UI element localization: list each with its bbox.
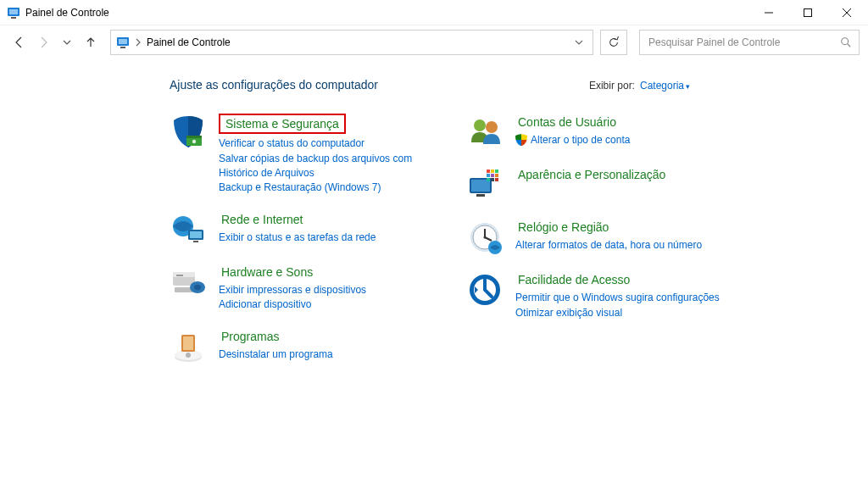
category-network-title[interactable]: Rede e Internet bbox=[219, 211, 306, 228]
category-ease-title[interactable]: Facilidade de Acesso bbox=[515, 271, 632, 288]
view-by: Exibir por: Categoria▾ bbox=[589, 80, 690, 92]
system-security-icon bbox=[170, 114, 207, 151]
address-dropdown-icon[interactable] bbox=[570, 38, 587, 47]
column-right: Contas de Usuário Alterar o tipo de cont… bbox=[466, 114, 729, 381]
appearance-icon bbox=[466, 166, 504, 203]
svg-point-10 bbox=[842, 38, 849, 45]
category-appearance-title[interactable]: Aparência e Personalização bbox=[515, 166, 668, 183]
category-network: Rede e Internet Exibir o status e as tar… bbox=[170, 211, 432, 248]
breadcrumb-separator-icon bbox=[135, 38, 142, 47]
close-button[interactable] bbox=[827, 0, 866, 25]
svg-rect-39 bbox=[491, 174, 494, 177]
svg-rect-9 bbox=[120, 47, 125, 48]
svg-rect-43 bbox=[495, 178, 498, 181]
back-button[interactable] bbox=[8, 31, 31, 53]
control-panel-icon bbox=[116, 36, 130, 49]
category-system-security-title[interactable]: Sistema e Segurança bbox=[219, 114, 346, 134]
categories-grid: Sistema e Segurança Verificar o status d… bbox=[170, 114, 860, 381]
link-backup-restore[interactable]: Backup e Restauração (Windows 7) bbox=[219, 181, 432, 195]
minimize-button[interactable] bbox=[749, 0, 788, 25]
link-suggest-settings[interactable]: Permitir que o Windows sugira configuraç… bbox=[515, 291, 729, 305]
link-date-formats[interactable]: Alterar formatos de data, hora ou número bbox=[515, 238, 729, 253]
users-icon bbox=[466, 114, 504, 151]
maximize-button[interactable] bbox=[788, 0, 827, 25]
link-network-status[interactable]: Exibir o status e as tarefas da rede bbox=[219, 231, 432, 245]
svg-point-29 bbox=[186, 353, 191, 358]
nav-row: Painel de Controle bbox=[0, 25, 868, 59]
svg-point-14 bbox=[192, 140, 196, 143]
svg-point-48 bbox=[484, 236, 487, 239]
content-area: Ajuste as configurações do computador Ex… bbox=[0, 59, 868, 389]
svg-rect-21 bbox=[176, 275, 183, 276]
svg-rect-28 bbox=[183, 336, 193, 350]
programs-icon bbox=[170, 328, 207, 365]
link-uninstall[interactable]: Desinstalar um programa bbox=[219, 347, 432, 362]
svg-rect-8 bbox=[119, 39, 127, 44]
category-programs: Programas Desinstalar um programa bbox=[170, 328, 432, 365]
link-file-history[interactable]: Salvar cópias de backup dos arquivos com… bbox=[219, 152, 432, 181]
link-check-status[interactable]: Verificar o status do computador bbox=[219, 136, 432, 151]
search-icon bbox=[840, 36, 852, 48]
svg-point-24 bbox=[194, 285, 201, 290]
clock-icon bbox=[466, 219, 504, 256]
svg-rect-40 bbox=[495, 174, 498, 177]
titlebar: Painel de Controle bbox=[0, 0, 868, 25]
svg-rect-4 bbox=[804, 8, 812, 16]
content-header: Ajuste as configurações do computador Ex… bbox=[170, 78, 860, 92]
svg-rect-37 bbox=[495, 169, 498, 173]
svg-point-30 bbox=[474, 119, 486, 131]
category-clock: Relógio e Região Alterar formatos de dat… bbox=[466, 219, 729, 256]
svg-rect-33 bbox=[471, 180, 490, 192]
svg-rect-20 bbox=[173, 272, 195, 277]
category-appearance: Aparência e Personalização bbox=[466, 166, 729, 203]
svg-rect-2 bbox=[11, 17, 16, 19]
column-left: Sistema e Segurança Verificar o status d… bbox=[170, 114, 432, 381]
forward-button[interactable] bbox=[32, 31, 54, 53]
hardware-icon bbox=[170, 264, 207, 301]
category-clock-title[interactable]: Relógio e Região bbox=[515, 219, 611, 236]
refresh-button[interactable] bbox=[600, 30, 627, 55]
page-title: Ajuste as configurações do computador bbox=[170, 78, 378, 92]
category-system-security: Sistema e Segurança Verificar o status d… bbox=[170, 114, 432, 196]
chevron-down-icon: ▾ bbox=[686, 82, 690, 91]
category-hardware-title[interactable]: Hardware e Sons bbox=[219, 264, 315, 281]
app-icon bbox=[7, 6, 20, 19]
svg-rect-36 bbox=[491, 169, 494, 173]
up-button[interactable] bbox=[80, 31, 102, 53]
view-by-value[interactable]: Categoria▾ bbox=[640, 80, 690, 92]
view-by-label: Exibir por: bbox=[589, 80, 635, 92]
search-box[interactable] bbox=[639, 30, 860, 55]
network-icon bbox=[170, 211, 207, 248]
svg-line-11 bbox=[848, 44, 851, 47]
svg-rect-17 bbox=[190, 231, 202, 238]
svg-rect-35 bbox=[487, 169, 490, 173]
search-input[interactable] bbox=[647, 36, 835, 49]
link-printers[interactable]: Exibir impressoras e dispositivos bbox=[219, 283, 432, 297]
recent-locations-button[interactable] bbox=[56, 31, 78, 53]
address-bar[interactable]: Painel de Controle bbox=[110, 30, 593, 55]
category-users-title[interactable]: Contas de Usuário bbox=[515, 114, 619, 131]
svg-rect-18 bbox=[193, 241, 198, 242]
link-change-account-type[interactable]: Alterar o tipo de conta bbox=[515, 133, 729, 147]
window-title: Painel de Controle bbox=[25, 7, 109, 19]
svg-rect-1 bbox=[9, 9, 18, 14]
svg-rect-41 bbox=[487, 178, 490, 181]
svg-point-31 bbox=[486, 121, 498, 133]
nav-arrows bbox=[8, 31, 102, 53]
view-by-value-text: Categoria bbox=[640, 80, 684, 92]
svg-rect-13 bbox=[186, 136, 202, 138]
svg-rect-38 bbox=[487, 174, 490, 177]
svg-rect-34 bbox=[476, 194, 485, 197]
svg-rect-42 bbox=[491, 178, 494, 181]
category-programs-title[interactable]: Programas bbox=[219, 328, 281, 345]
breadcrumb-current[interactable]: Painel de Controle bbox=[147, 36, 231, 48]
ease-of-access-icon bbox=[466, 271, 504, 308]
category-users: Contas de Usuário Alterar o tipo de cont… bbox=[466, 114, 729, 151]
category-hardware: Hardware e Sons Exibir impressoras e dis… bbox=[170, 264, 432, 313]
category-ease: Facilidade de Acesso Permitir que o Wind… bbox=[466, 271, 729, 320]
link-optimize-display[interactable]: Otimizar exibição visual bbox=[515, 306, 729, 320]
link-add-device[interactable]: Adicionar dispositivo bbox=[219, 297, 432, 312]
